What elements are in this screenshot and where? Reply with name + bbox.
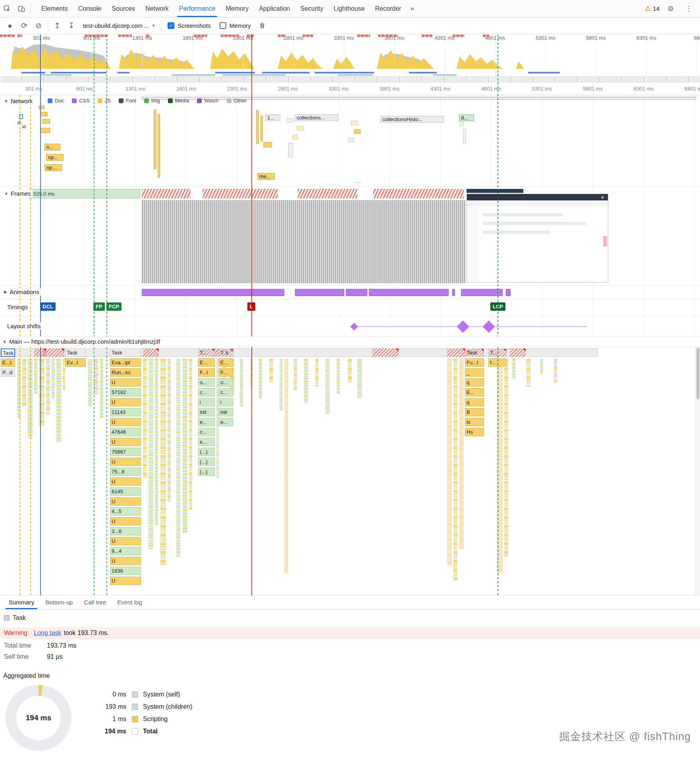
flame-entry[interactable]: c...: [198, 388, 215, 396]
flame-entry[interactable]: U: [110, 418, 141, 426]
timing-marker-l[interactable]: L: [247, 302, 255, 311]
animation-bar[interactable]: [295, 289, 344, 296]
flame-entry[interactable]: 57182: [110, 388, 141, 396]
flame-entry[interactable]: c...: [219, 388, 233, 396]
network-track[interactable]: ▼ Network DocCSSJSFontImgMediaWasmOther …: [0, 95, 700, 187]
flame-entry[interactable]: U: [110, 577, 141, 585]
flame-entry[interactable]: U: [110, 497, 141, 506]
bottom-tab-bottom-up[interactable]: Bottom-up: [40, 595, 78, 609]
flame-entry[interactable]: 3...6: [110, 527, 141, 535]
flame-entry[interactable]: U: [110, 517, 141, 525]
tab-sources[interactable]: Sources: [106, 0, 140, 17]
flame-entry[interactable]: 75667: [110, 448, 141, 456]
flame-entry[interactable]: E...t: [1, 358, 15, 367]
network-track-header[interactable]: ▼ Network: [2, 97, 34, 105]
disclosure-open-icon[interactable]: ▼: [4, 191, 8, 196]
flame-entry[interactable]: U: [110, 458, 141, 466]
screenshot-thumbnail[interactable]: [467, 194, 608, 283]
frames-track-header[interactable]: ▼ Frames: [2, 190, 33, 197]
disclosure-open-icon[interactable]: ▼: [2, 339, 7, 344]
flame-entry[interactable]: q: [465, 398, 484, 406]
layout-shifts-track[interactable]: Layout shifts: [0, 317, 700, 337]
flame-entry[interactable]: (...): [198, 467, 215, 476]
flame-scrollbar[interactable]: [695, 347, 700, 595]
tab-application[interactable]: Application: [254, 0, 295, 17]
flame-entry[interactable]: Run...ks: [110, 368, 141, 377]
tab-memory[interactable]: Memory: [220, 0, 254, 17]
network-request[interactable]: collections...: [295, 114, 338, 121]
network-request[interactable]: d...: [459, 114, 474, 121]
flame-entry[interactable]: Ic: [465, 418, 484, 426]
flame-entry[interactable]: U: [110, 557, 141, 565]
timing-marker-fcp[interactable]: FCP: [106, 302, 121, 311]
flame-entry[interactable]: c...: [198, 428, 215, 436]
long-task-link[interactable]: Long task: [34, 629, 61, 637]
timing-marker-lcp[interactable]: LCP: [490, 302, 505, 311]
flame-entry[interactable]: o...: [219, 378, 233, 387]
flame-entry[interactable]: (...): [198, 458, 215, 466]
record-icon[interactable]: ●: [3, 19, 17, 32]
disclosure-open-icon[interactable]: ▼: [4, 99, 8, 104]
flame-task[interactable]: Task: [65, 348, 86, 357]
flame-task[interactable]: T..k: [219, 348, 233, 357]
flame-entry[interactable]: f...: [488, 358, 507, 367]
flame-task[interactable]: Task: [1, 348, 15, 357]
screenshots-checkbox[interactable]: ✓ Screenshots: [168, 22, 210, 29]
tab-network[interactable]: Network: [140, 0, 174, 17]
tab-console[interactable]: Console: [73, 0, 107, 17]
flame-entry[interactable]: F...: [219, 368, 233, 377]
flame-entry[interactable]: e...: [198, 418, 215, 426]
flame-entry[interactable]: i: [219, 398, 233, 406]
flame-task[interactable]: Task: [465, 348, 484, 357]
main-thread-flamechart[interactable]: TaskE...tP...dTaskEv...tTaskEva...iptRun…: [0, 347, 700, 595]
flame-entry[interactable]: e...: [198, 438, 215, 446]
network-request[interactable]: 1...: [265, 114, 280, 121]
flame-entry[interactable]: 47646: [110, 428, 141, 436]
flame-entry[interactable]: U: [110, 438, 141, 446]
flame-entry[interactable]: Fu...l: [465, 358, 484, 367]
flame-entry[interactable]: init: [219, 408, 233, 416]
timings-track[interactable]: Timings DCLFPFCPLLCP: [0, 299, 700, 317]
flame-entry[interactable]: E...: [219, 358, 233, 367]
flame-entry[interactable]: E...: [465, 388, 484, 396]
clear-icon[interactable]: ⊘: [32, 19, 45, 32]
flame-entry[interactable]: e...: [219, 418, 233, 426]
disclosure-closed-icon[interactable]: ▶: [4, 289, 7, 294]
flame-entry[interactable]: Eva...ipt: [110, 358, 141, 367]
tab-lighthouse[interactable]: Lighthouse: [328, 0, 370, 17]
animation-bar[interactable]: [506, 289, 511, 296]
bottom-tab-summary[interactable]: Summary: [3, 595, 40, 609]
flame-entry[interactable]: o...: [198, 378, 215, 387]
inspect-element-icon[interactable]: [0, 2, 14, 15]
issues-badge[interactable]: ⚠ 14: [645, 4, 660, 13]
network-request[interactable]: n...: [44, 144, 60, 150]
more-tabs-icon[interactable]: »: [406, 4, 418, 13]
bottom-tab-event-log[interactable]: Event log: [112, 595, 148, 609]
tab-recorder[interactable]: Recorder: [370, 0, 407, 17]
flame-entry[interactable]: init: [198, 408, 215, 416]
save-profile-icon[interactable]: ↥: [50, 19, 64, 32]
device-toolbar-icon[interactable]: [14, 2, 29, 15]
bottom-tab-call-tree[interactable]: Call tree: [78, 595, 112, 609]
network-request[interactable]: np...: [46, 154, 64, 161]
flame-entry[interactable]: Ev...t: [65, 358, 86, 367]
settings-gear-icon[interactable]: ⚙: [663, 2, 678, 15]
timing-marker-dcl[interactable]: DCL: [40, 302, 56, 311]
layout-shift-diamond[interactable]: [482, 320, 495, 333]
flame-task[interactable]: T...: [488, 348, 507, 357]
flame-entry[interactable]: q: [465, 378, 484, 387]
flame-entry[interactable]: U: [110, 477, 141, 486]
flame-entry[interactable]: 75...8: [110, 467, 141, 476]
layout-shift-diamond[interactable]: [457, 320, 469, 333]
profile-selector[interactable]: test-ubuild.djicorp.com ... ▾: [79, 22, 158, 29]
tab-elements[interactable]: Elements: [36, 0, 73, 17]
tab-performance[interactable]: Performance: [174, 0, 221, 17]
frame-duration-bar[interactable]: 525.0 ms: [29, 189, 140, 198]
tab-security[interactable]: Security: [295, 0, 328, 17]
timeline-overview[interactable]: 301 ms801 ms1301 ms1801 ms2301 ms2801 ms…: [0, 35, 700, 83]
flame-entry[interactable]: i: [198, 398, 215, 406]
collect-garbage-icon[interactable]: [256, 19, 269, 32]
animation-bar[interactable]: [452, 289, 455, 296]
timing-marker-fp[interactable]: FP: [93, 302, 105, 311]
flame-task[interactable]: Task: [110, 348, 141, 357]
